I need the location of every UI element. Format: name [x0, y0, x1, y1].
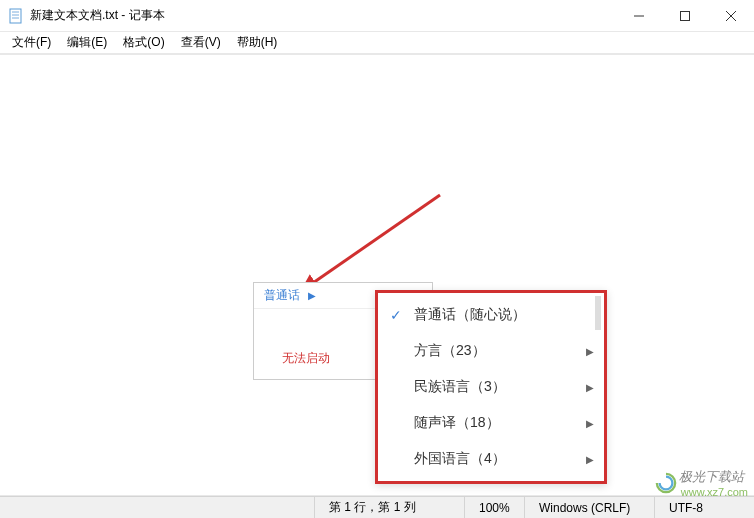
statusbar: 第 1 行，第 1 列 100% Windows (CRLF) UTF-8 — [0, 496, 754, 518]
ime-error-text: 无法启动 — [282, 350, 330, 367]
menu-view[interactable]: 查看(V) — [173, 34, 229, 51]
chevron-right-icon: ▶ — [586, 418, 594, 429]
menu-edit[interactable]: 编辑(E) — [59, 34, 115, 51]
chevron-right-icon: ▶ — [586, 454, 594, 465]
status-lineending: Windows (CRLF) — [524, 497, 654, 518]
dropdown-item-label: 普通话（随心说） — [414, 306, 526, 324]
status-position: 第 1 行，第 1 列 — [314, 497, 464, 518]
chevron-right-icon: ▶ — [586, 346, 594, 357]
window-title: 新建文本文档.txt - 记事本 — [30, 7, 616, 24]
watermark-logo-icon — [655, 472, 677, 494]
dropdown-item-dialect[interactable]: 方言（23） ▶ — [378, 333, 604, 369]
chevron-right-icon: ▶ — [586, 382, 594, 393]
language-dropdown: ✓ 普通话（随心说） 方言（23） ▶ 民族语言（3） ▶ 随声译（18） ▶ … — [375, 290, 607, 484]
svg-rect-0 — [10, 9, 21, 23]
close-button[interactable] — [708, 0, 754, 31]
maximize-button[interactable] — [662, 0, 708, 31]
notepad-icon — [8, 8, 24, 24]
menu-help[interactable]: 帮助(H) — [229, 34, 286, 51]
ime-language-label: 普通话 — [264, 287, 300, 304]
dropdown-item-label: 民族语言（3） — [414, 378, 506, 396]
dropdown-item-foreign[interactable]: 外国语言（4） ▶ — [378, 441, 604, 477]
dropdown-item-mandarin[interactable]: ✓ 普通话（随心说） — [378, 297, 604, 333]
watermark-text: 极光下载站 — [679, 468, 748, 486]
dropdown-item-label: 外国语言（4） — [414, 450, 506, 468]
status-zoom: 100% — [464, 497, 524, 518]
menu-format[interactable]: 格式(O) — [115, 34, 172, 51]
watermark: 极光下载站 www.xz7.com — [655, 468, 748, 498]
chevron-right-icon: ▶ — [308, 290, 316, 301]
minimize-button[interactable] — [616, 0, 662, 31]
status-encoding: UTF-8 — [654, 497, 754, 518]
window-titlebar: 新建文本文档.txt - 记事本 — [0, 0, 754, 32]
dropdown-item-ethnic[interactable]: 民族语言（3） ▶ — [378, 369, 604, 405]
check-icon: ✓ — [390, 307, 402, 323]
watermark-url: www.xz7.com — [681, 486, 748, 498]
dropdown-item-translate[interactable]: 随声译（18） ▶ — [378, 405, 604, 441]
window-controls — [616, 0, 754, 31]
menu-file[interactable]: 文件(F) — [4, 34, 59, 51]
svg-rect-5 — [681, 11, 690, 20]
dropdown-item-label: 随声译（18） — [414, 414, 500, 432]
menubar: 文件(F) 编辑(E) 格式(O) 查看(V) 帮助(H) — [0, 32, 754, 54]
dropdown-item-label: 方言（23） — [414, 342, 486, 360]
